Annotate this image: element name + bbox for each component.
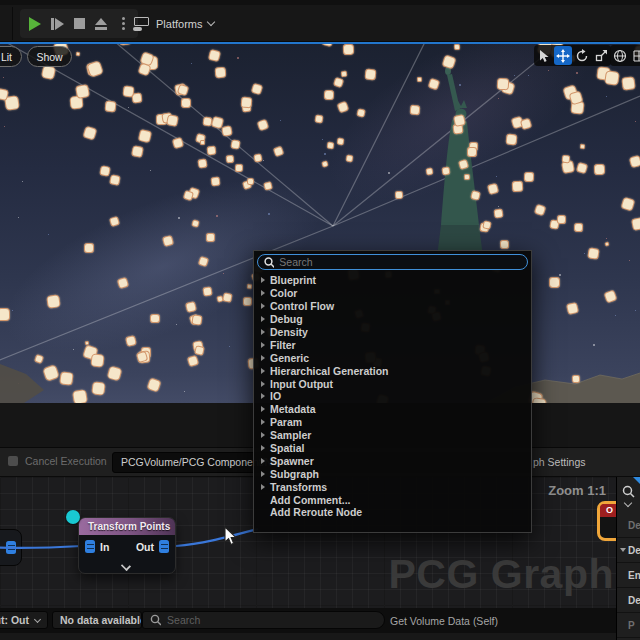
- menu-category-sampler[interactable]: Sampler: [254, 429, 531, 442]
- pcg-point: [346, 155, 354, 163]
- pcg-point: [561, 155, 569, 163]
- pcg-point: [206, 232, 215, 241]
- pcg-point: [246, 283, 252, 289]
- menu-category-control-flow[interactable]: Control Flow: [254, 300, 531, 313]
- pcg-point: [524, 172, 534, 182]
- pcg-point: [621, 196, 635, 210]
- eject-button[interactable]: [92, 13, 110, 35]
- pcg-point: [365, 68, 377, 80]
- data-dropdown[interactable]: No data available: [52, 611, 142, 629]
- frame-skip-button[interactable]: [48, 13, 66, 35]
- pcg-point: [519, 118, 531, 130]
- graph-settings-button[interactable]: ph Settings: [533, 456, 586, 468]
- main-toolbar: Platforms: [0, 5, 640, 42]
- snap-grid-icon: [632, 49, 640, 63]
- transform-points-node[interactable]: Transform Points In Out: [78, 517, 176, 574]
- pcg-point: [512, 181, 523, 192]
- attribute-list-bar: ut: Out No data available Get Volume Dat…: [0, 608, 616, 633]
- select-tool-button[interactable]: [535, 46, 553, 65]
- menu-category-blueprint[interactable]: Blueprint: [254, 274, 531, 287]
- show-flags-button[interactable]: Show: [27, 46, 72, 67]
- menu-category-hierarchical-generation[interactable]: Hierarchical Generation: [254, 364, 531, 377]
- stop-button[interactable]: [70, 13, 88, 35]
- pcg-point: [336, 138, 344, 146]
- move-tool-button[interactable]: [554, 46, 572, 65]
- view-mode-button[interactable]: Lit: [0, 46, 22, 67]
- menu-search-box[interactable]: [257, 254, 528, 270]
- menu-category-color[interactable]: Color: [254, 287, 531, 300]
- platforms-dropdown[interactable]: Platforms: [133, 11, 214, 36]
- pcg-point: [137, 129, 151, 143]
- world-space-button[interactable]: [611, 46, 629, 65]
- play-button[interactable]: [26, 13, 44, 35]
- pcg-point: [216, 296, 223, 303]
- node-input-pin[interactable]: In: [85, 540, 109, 553]
- pcg-point: [106, 366, 122, 382]
- menu-search-input[interactable]: [279, 256, 521, 268]
- pcg-point: [441, 55, 456, 70]
- pcg-point: [251, 82, 263, 94]
- pcg-point: [150, 314, 160, 324]
- pcg-point: [314, 114, 323, 123]
- chevron-down-icon: [207, 18, 215, 26]
- menu-category-io[interactable]: IO: [254, 390, 531, 403]
- details-row[interactable]: De: [617, 513, 640, 538]
- pcg-point: [557, 215, 566, 224]
- expander-icon: [261, 342, 265, 348]
- expander-icon: [261, 368, 265, 374]
- pcg-point: [194, 345, 204, 355]
- output-pin-dropdown[interactable]: ut: Out: [0, 611, 48, 629]
- inspect-indicator[interactable]: [66, 510, 80, 524]
- pcg-point: [230, 139, 241, 150]
- pcg-point: [208, 49, 221, 62]
- pcg-point: [505, 133, 517, 145]
- menu-category-spatial[interactable]: Spatial: [254, 442, 531, 455]
- pcg-point: [211, 176, 220, 185]
- menu-action-add-comment[interactable]: Add Comment...: [254, 493, 531, 506]
- pcg-point: [200, 140, 205, 145]
- details-row[interactable]: En: [617, 563, 640, 588]
- menu-category-spawner[interactable]: Spawner: [254, 454, 531, 467]
- stop-icon: [74, 18, 85, 29]
- cancel-execution-button[interactable]: Cancel Execution: [8, 455, 107, 467]
- pcg-point: [594, 163, 605, 174]
- menu-category-metadata[interactable]: Metadata: [254, 403, 531, 416]
- menu-category-debug[interactable]: Debug: [254, 313, 531, 326]
- pcg-point: [91, 381, 106, 396]
- pcg-point: [235, 164, 243, 172]
- pcg-point: [483, 220, 492, 229]
- snap-toggle-button[interactable]: [630, 46, 640, 65]
- frame-skip-icon: [51, 18, 64, 30]
- node-creation-context-menu: BlueprintColorControl FlowDebugDensityFi…: [253, 250, 532, 533]
- pcg-point: [42, 364, 60, 382]
- attribute-search-input[interactable]: [167, 614, 377, 626]
- node-expand-chevron-icon[interactable]: [121, 561, 131, 571]
- eject-icon: [95, 18, 107, 30]
- details-row[interactable]: De: [617, 588, 640, 613]
- details-row[interactable]: De: [617, 538, 640, 563]
- expander-icon: [261, 329, 265, 335]
- menu-category-subgraph[interactable]: Subgraph: [254, 467, 531, 480]
- rotate-tool-button[interactable]: [573, 46, 591, 65]
- node-output-pin[interactable]: Out: [136, 540, 169, 553]
- menu-category-list: BlueprintColorControl FlowDebugDensityFi…: [254, 274, 531, 519]
- rotate-icon: [575, 49, 589, 63]
- expander-icon: [261, 316, 265, 322]
- scale-tool-button[interactable]: [592, 46, 610, 65]
- play-controls: [20, 9, 138, 38]
- menu-category-density[interactable]: Density: [254, 326, 531, 339]
- pcg-point: [580, 143, 586, 149]
- menu-category-generic[interactable]: Generic: [254, 351, 531, 364]
- pcg-point: [494, 208, 504, 218]
- menu-category-transforms[interactable]: Transforms: [254, 480, 531, 493]
- pcg-point: [247, 178, 255, 186]
- expander-icon: [261, 303, 265, 309]
- menu-action-add-reroute-node[interactable]: Add Reroute Node: [254, 506, 531, 519]
- play-options-button[interactable]: [114, 13, 132, 35]
- attribute-search-box[interactable]: [142, 611, 385, 629]
- details-row[interactable]: P: [617, 613, 640, 638]
- menu-category-param[interactable]: Param: [254, 416, 531, 429]
- menu-category-filter[interactable]: Filter: [254, 338, 531, 351]
- menu-category-input-output[interactable]: Input Output: [254, 377, 531, 390]
- pcg-point: [566, 302, 579, 315]
